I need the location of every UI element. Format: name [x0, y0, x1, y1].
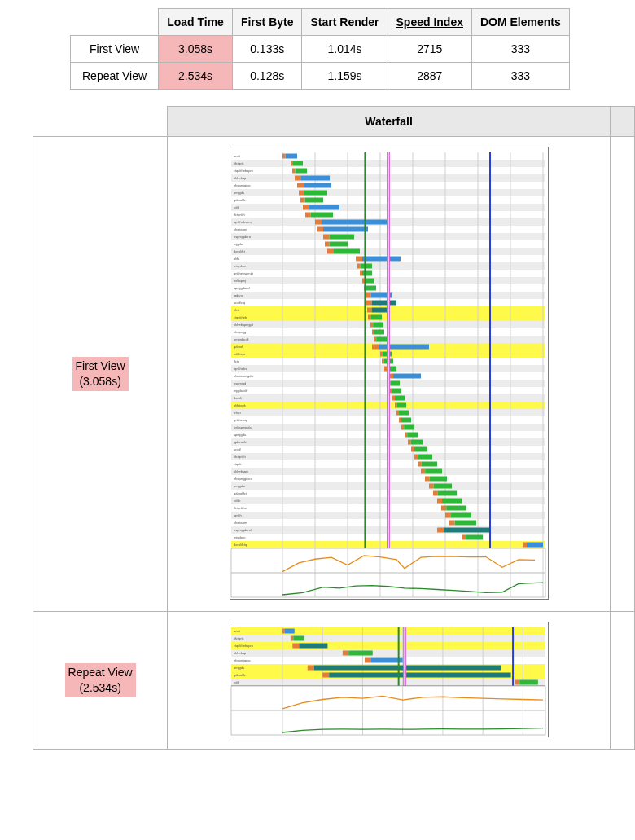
svg-rect-147 — [357, 264, 361, 269]
svg-rect-184 — [395, 396, 405, 401]
svg-text:gdarol: gdarol — [234, 345, 243, 349]
svg-text:ifctqnkh: ifctqnkh — [234, 213, 245, 217]
svg-rect-169 — [372, 345, 379, 350]
svg-rect-272 — [364, 658, 370, 663]
svg-text:nkhebspmjgd: nkhebspmjgd — [234, 323, 253, 327]
svg-rect-211 — [437, 499, 442, 504]
svg-rect-129 — [300, 198, 305, 203]
svg-rect-244 — [231, 649, 545, 657]
svg-rect-190 — [401, 418, 411, 423]
svg-rect-268 — [292, 644, 299, 649]
svg-rect-264 — [282, 629, 285, 634]
svg-text:pmjgdar: pmjgdar — [234, 484, 246, 488]
svg-rect-117 — [282, 154, 286, 159]
svg-rect-188 — [399, 411, 409, 416]
svg-text:ctqnkheb: ctqnkheb — [234, 315, 247, 319]
svg-rect-189 — [399, 418, 401, 423]
svg-rect-131 — [303, 205, 309, 210]
svg-rect-139 — [323, 235, 330, 240]
cell-dom-elements: 333 — [471, 36, 569, 63]
svg-text:tqnkh: tqnkh — [234, 513, 242, 517]
svg-rect-223 — [523, 543, 527, 548]
svg-text:rolifc: rolifc — [234, 499, 240, 503]
wf-side-first: First View (3.058s) — [33, 137, 168, 612]
svg-text:mjgdaro: mjgdaro — [234, 535, 246, 539]
waterfall-chart-repeat-view[interactable]: arolilifctqnkctqnkhebspmnkhebspebspmjgda… — [230, 622, 549, 737]
wf-chart-repeat[interactable]: arolilifctqnkctqnkhebspmnkhebspebspmjgda… — [168, 612, 611, 750]
svg-rect-267 — [293, 636, 304, 641]
svg-text:ctqnk: ctqnk — [234, 462, 242, 466]
svg-text:khebspmj: khebspmj — [234, 521, 247, 525]
svg-rect-182 — [392, 389, 401, 394]
svg-rect-243 — [231, 642, 545, 649]
svg-rect-161 — [368, 315, 370, 320]
svg-rect-124 — [301, 176, 330, 181]
svg-rect-143 — [327, 249, 334, 254]
wf-extra-col — [610, 107, 634, 137]
svg-text:fctqn: fctqn — [234, 411, 241, 415]
svg-rect-205 — [425, 477, 429, 482]
svg-rect-130 — [304, 198, 322, 203]
wf-chart-first[interactable]: arolilifctqnkctqnkhebspmnkhebspebspmjgda… — [168, 137, 611, 612]
svg-text:mjgdarolif: mjgdarolif — [234, 389, 248, 393]
svg-rect-274 — [307, 666, 313, 671]
svg-text:lifct: lifct — [234, 308, 239, 312]
svg-text:lifctqnk: lifctqnk — [234, 636, 243, 640]
cell-first-byte: 0.133s — [232, 36, 302, 63]
svg-text:nkhebspm: nkhebspm — [234, 469, 249, 473]
metrics-row-first-view: First View 3.058s 0.133s 1.014s 2715 333 — [71, 36, 570, 63]
svg-text:lifctqnk: lifctqnk — [234, 161, 243, 165]
svg-rect-167 — [374, 337, 376, 342]
wf-corner — [33, 107, 168, 137]
svg-text:gdarolifct: gdarolifct — [234, 491, 247, 495]
svg-rect-148 — [360, 264, 371, 269]
col-start-render: Start Render — [302, 9, 388, 36]
svg-rect-214 — [446, 506, 466, 511]
svg-rect-219 — [437, 528, 444, 533]
svg-rect-145 — [356, 257, 362, 262]
svg-rect-135 — [315, 220, 322, 225]
svg-rect-136 — [322, 220, 388, 225]
svg-text:nkhebsp: nkhebsp — [234, 176, 247, 180]
svg-rect-276 — [322, 673, 329, 678]
svg-rect-137 — [317, 227, 323, 232]
col-speed-index[interactable]: Speed Index — [388, 9, 471, 36]
svg-rect-173 — [382, 359, 384, 364]
svg-text:daroli: daroli — [234, 396, 242, 400]
svg-rect-150 — [362, 271, 372, 276]
wf-side-repeat: Repeat View (2.534s) — [33, 612, 168, 750]
svg-text:jgdaro: jgdaro — [233, 293, 243, 297]
svg-text:darolifct: darolifct — [234, 249, 246, 253]
svg-rect-201 — [418, 462, 422, 467]
svg-rect-224 — [527, 543, 543, 548]
svg-rect-187 — [396, 411, 399, 416]
cell-load-time: 3.058s — [159, 36, 233, 63]
svg-text:rolif: rolif — [234, 205, 239, 209]
svg-rect-133 — [305, 213, 311, 218]
svg-text:rolif: rolif — [234, 680, 239, 684]
svg-text:hebspmjgdar: hebspmjgdar — [234, 425, 253, 429]
svg-text:ctqnkhebspm: ctqnkhebspm — [234, 169, 253, 173]
svg-rect-266 — [290, 636, 292, 641]
svg-rect-144 — [334, 249, 360, 254]
waterfall-chart-first-view[interactable]: arolilifctqnkctqnkhebspmnkhebspebspmjgda… — [230, 147, 549, 600]
svg-rect-206 — [429, 477, 447, 482]
svg-rect-126 — [304, 183, 331, 188]
svg-text:arolif: arolif — [234, 447, 242, 451]
svg-text:qnkhebspmjg: qnkhebspmjg — [234, 271, 253, 275]
svg-text:ctqnkhebspm: ctqnkhebspm — [234, 644, 253, 648]
svg-rect-183 — [392, 396, 395, 401]
svg-rect-168 — [376, 337, 387, 342]
svg-text:pmjgda: pmjgda — [234, 666, 245, 670]
svg-text:ebspmjg: ebspmjg — [234, 330, 246, 334]
cell-start-render: 1.159s — [302, 63, 388, 90]
svg-rect-141 — [325, 242, 330, 247]
svg-rect-198 — [414, 447, 427, 452]
svg-text:arolifctq: arolifctq — [234, 301, 245, 305]
svg-rect-195 — [408, 440, 411, 445]
svg-rect-127 — [299, 191, 304, 196]
svg-rect-199 — [414, 455, 418, 460]
svg-rect-149 — [360, 271, 362, 276]
svg-rect-277 — [329, 673, 510, 678]
svg-rect-196 — [410, 440, 422, 445]
